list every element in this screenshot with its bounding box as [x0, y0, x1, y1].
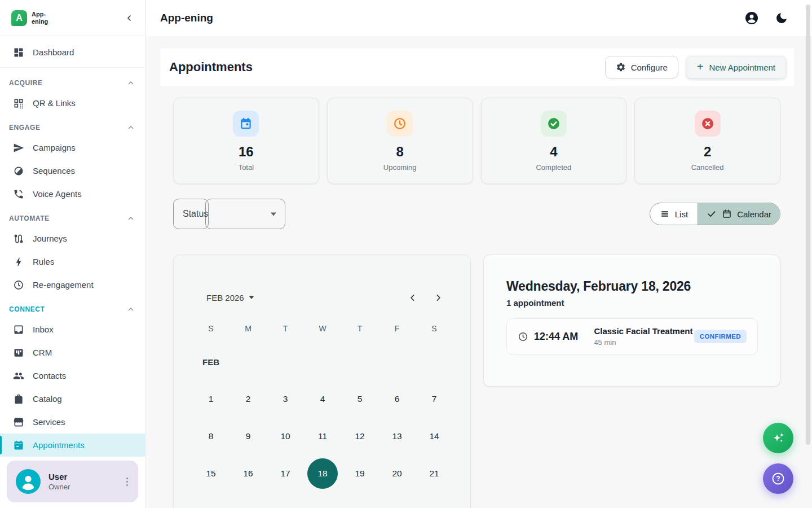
chevron-up-icon — [127, 79, 135, 87]
view-toggle-list[interactable]: List — [650, 203, 698, 225]
view-toggle-calendar[interactable]: Calendar — [698, 203, 780, 225]
appointment-row[interactable]: 12:44 AM Classic Facial Treatment 45 min… — [506, 318, 758, 354]
calendar-day[interactable]: 5 — [341, 380, 378, 418]
sidebar-item-label: Catalog — [33, 394, 62, 404]
sidebar-item-label: Campaigns — [33, 143, 76, 152]
calendar-day[interactable]: 4 — [304, 380, 341, 418]
user-avatar — [16, 469, 41, 494]
sidebar-item-inbox[interactable]: Inbox — [0, 318, 145, 341]
next-month-button[interactable] — [431, 290, 445, 305]
logo-line-1: App- — [32, 11, 48, 17]
status-filter-select[interactable]: Status — [173, 199, 285, 229]
qr-code-icon — [13, 98, 24, 109]
sidebar-item-label: Sequences — [33, 166, 75, 176]
sidebar-item-qr-links[interactable]: QR & Links — [0, 91, 145, 115]
user-card[interactable]: User Owner — [7, 461, 138, 502]
calendar-icon — [233, 111, 259, 137]
help-button[interactable]: ? — [763, 463, 793, 494]
section-label-text: AUTOMATE — [9, 214, 50, 222]
calendar-day[interactable]: 9 — [230, 418, 267, 455]
gear-icon — [616, 62, 626, 72]
stat-card-upcoming: 8 Upcoming — [327, 98, 473, 184]
chevron-up-icon — [127, 305, 135, 313]
calendar-grid: FEB 1 2 3 4 5 6 7 8 9 10 11 12 13 14 15 … — [192, 343, 453, 492]
calendar-day[interactable]: 12 — [341, 418, 378, 455]
question-circle-icon: ? — [770, 471, 786, 487]
chevron-up-icon — [127, 214, 135, 222]
sidebar-item-journeys[interactable]: Journeys — [0, 227, 145, 250]
sidebar-section-engage[interactable]: ENGAGE — [0, 115, 145, 136]
calendar-card: FEB 2026 S M T W T F — [173, 255, 471, 508]
clock-icon — [518, 331, 528, 342]
sidebar-item-campaigns[interactable]: Campaigns — [0, 136, 145, 159]
send-icon — [13, 142, 24, 154]
status-filter-label: Status — [183, 209, 208, 219]
day-details-panel: Wednesday, February 18, 2026 1 appointme… — [483, 255, 780, 387]
calendar-day[interactable]: 1 — [192, 380, 230, 418]
topbar-icons — [744, 11, 788, 25]
sidebar-section-connect[interactable]: CONNECT — [0, 296, 145, 318]
divider — [0, 67, 145, 68]
user-info: User Owner — [48, 472, 70, 491]
calendar-day[interactable]: 17 — [267, 455, 304, 492]
sidebar-item-label: CRM — [33, 348, 52, 357]
check-circle-icon — [541, 111, 567, 137]
sidebar-collapse-button[interactable] — [122, 11, 136, 25]
chevron-right-icon — [434, 293, 443, 303]
account-button[interactable] — [744, 11, 759, 25]
sparkles-icon — [771, 431, 785, 445]
sidebar-item-catalog[interactable]: Catalog — [0, 387, 145, 410]
calendar-day[interactable]: 20 — [378, 455, 416, 492]
dark-mode-toggle[interactable] — [775, 11, 788, 25]
sidebar-item-label: Journeys — [33, 234, 67, 243]
stat-card-cancelled: 2 Cancelled — [634, 98, 780, 184]
calendar-day-selected[interactable]: 18 — [304, 455, 341, 492]
calendar-day[interactable]: 10 — [267, 418, 304, 455]
month-marker: FEB — [192, 343, 230, 380]
sidebar-item-contacts[interactable]: Contacts — [0, 364, 145, 387]
configure-button[interactable]: Configure — [605, 56, 678, 78]
sidebar-item-label: Rules — [33, 257, 54, 266]
calendar-day[interactable]: 15 — [192, 455, 230, 492]
sidebar-item-dashboard[interactable]: Dashboard — [0, 41, 145, 64]
calendar-day[interactable]: 16 — [230, 455, 267, 492]
calendar-day[interactable]: 14 — [416, 418, 453, 455]
calendar-day[interactable]: 21 — [416, 455, 453, 492]
sidebar-section-acquire[interactable]: ACQUIRE — [0, 70, 145, 91]
sidebar-item-re-engagement[interactable]: Re-engagement — [0, 273, 145, 296]
chevron-down-icon — [271, 213, 276, 216]
x-circle-icon — [695, 111, 721, 137]
new-appointment-button[interactable]: + New Appointment — [686, 56, 786, 78]
scrollbar-thumb[interactable] — [806, 5, 810, 445]
sidebar-item-voice-agents[interactable]: Voice Agents — [0, 182, 145, 205]
prev-month-button[interactable] — [405, 290, 420, 305]
main-content: Appointments Configure + New Appointment… — [146, 36, 812, 508]
view-toggle: List Calendar — [650, 203, 780, 225]
month-label: FEB 2026 — [206, 293, 244, 303]
calendar-day[interactable]: 6 — [378, 380, 416, 418]
sidebar-item-appointments[interactable]: Appointments — [0, 433, 145, 457]
calendar-day[interactable]: 8 — [192, 418, 230, 455]
sidebar-item-services[interactable]: Services — [0, 410, 145, 433]
month-selector[interactable]: FEB 2026 — [206, 293, 254, 303]
sidebar-section-automate[interactable]: AUTOMATE — [0, 205, 145, 227]
calendar-day[interactable]: 3 — [267, 380, 304, 418]
calendar-day[interactable]: 11 — [304, 418, 341, 455]
stat-value: 2 — [704, 144, 711, 160]
weekday-label: S — [192, 324, 230, 333]
ai-assistant-button[interactable] — [763, 423, 793, 453]
calendar-day[interactable]: 7 — [416, 380, 453, 418]
sidebar-item-rules[interactable]: Rules — [0, 250, 145, 273]
user-menu-button[interactable] — [121, 472, 134, 492]
appointment-time: 12:44 AM — [534, 331, 578, 343]
sidebar-item-crm[interactable]: CRM — [0, 341, 145, 364]
appointment-count: 1 appointment — [506, 298, 564, 308]
calendar-day[interactable]: 2 — [230, 380, 267, 418]
people-icon — [13, 370, 24, 382]
sidebar-item-label: Inbox — [33, 325, 54, 334]
calendar-day[interactable]: 13 — [378, 418, 416, 455]
sidebar-item-sequences[interactable]: Sequences — [0, 159, 145, 182]
sidebar-item-label: Dashboard — [33, 47, 74, 57]
topbar: App-ening — [146, 0, 812, 36]
calendar-day[interactable]: 19 — [341, 455, 378, 492]
